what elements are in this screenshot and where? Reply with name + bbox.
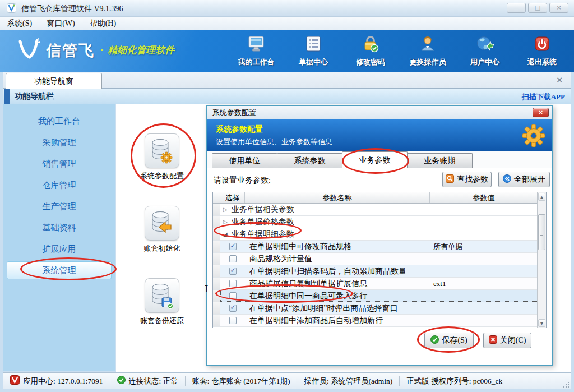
param-row[interactable]: 商品规格为计量值 bbox=[213, 253, 546, 265]
connection-ok-icon bbox=[117, 376, 126, 386]
module-backup-restore[interactable]: 账套备份还原 bbox=[118, 278, 206, 326]
tab-nav-window[interactable]: 功能导航窗 bbox=[6, 73, 102, 89]
module-system-params[interactable]: 系统参数配置 bbox=[118, 133, 206, 181]
param-checkbox[interactable] bbox=[229, 317, 237, 324]
double-chevron-icon bbox=[503, 174, 511, 185]
close-dialog-button[interactable]: 关闭(C) bbox=[483, 333, 531, 348]
document-list-icon bbox=[304, 34, 323, 55]
tab-strip: 功能导航窗 × bbox=[3, 72, 571, 89]
col-select: 选择 bbox=[220, 192, 245, 203]
expanded-triangle-icon[interactable]: ◢ bbox=[223, 231, 228, 237]
sidebar-item-warehouse[interactable]: 仓库管理 bbox=[3, 174, 115, 196]
brand-dot: · bbox=[100, 43, 104, 58]
brand: 信管飞 · 精细化管理软件 bbox=[16, 38, 174, 63]
toolbar-document-center-button[interactable]: 单据中心 bbox=[289, 34, 337, 67]
status-bar: 应用中心: 127.0.0.1:7091 连接状态: 正常 账套: 仓库账套 (… bbox=[3, 372, 571, 389]
close-x-icon bbox=[489, 335, 497, 346]
status-connection: 连接状态: 正常 bbox=[110, 376, 185, 386]
toolbar-exit-button[interactable]: 退出系统 bbox=[518, 34, 566, 67]
database-gear-icon bbox=[145, 133, 179, 168]
scan-download-app-link[interactable]: 扫描下载APP bbox=[522, 92, 565, 102]
sidebar-item-production[interactable]: 生产管理 bbox=[3, 196, 115, 217]
toolbar-switch-operator-button[interactable]: 更换操作员 bbox=[404, 34, 452, 67]
expand-all-button[interactable]: 全部展开 bbox=[498, 172, 550, 187]
param-group-row[interactable]: ▷业务单据相关参数 bbox=[213, 204, 546, 216]
banner-subtitle: 设置使用单位信息、业务参数等信息 bbox=[216, 137, 332, 147]
save-button[interactable]: 保存(S) bbox=[424, 333, 474, 348]
nav-header-accent bbox=[4, 89, 10, 104]
tab-business-params[interactable]: 业务参数 bbox=[342, 151, 408, 168]
module-label: 系统参数配置 bbox=[140, 171, 184, 181]
menu-help[interactable]: 帮助(H) bbox=[90, 19, 116, 29]
param-checkbox[interactable] bbox=[229, 243, 237, 250]
title-bar: 信管飞仓库管理软件 V9.1.396 — □ × bbox=[0, 0, 574, 17]
dialog-title-bar[interactable]: 系统参数配置 × bbox=[207, 106, 552, 119]
scroll-up-icon[interactable]: ▲ bbox=[538, 193, 545, 201]
close-pane-icon[interactable]: × bbox=[556, 75, 563, 84]
param-row[interactable]: 在单据明细中可修改商品规格 所有单据 bbox=[213, 241, 546, 253]
close-button[interactable]: × bbox=[549, 3, 568, 13]
scroll-down-icon[interactable]: ▼ bbox=[538, 319, 545, 327]
sidebar-item-purchase[interactable]: 采购管理 bbox=[3, 132, 115, 153]
sidebar-item-sales[interactable]: 销售管理 bbox=[3, 153, 115, 174]
col-param-value: 参数值 bbox=[430, 192, 538, 203]
module-list: 系统参数配置 账套初始化 账套备份还原 bbox=[118, 133, 206, 351]
toolbar-user-center-button[interactable]: 用户中心 bbox=[461, 34, 509, 67]
dialog-tabs: 使用单位 系统参数 业务参数 业务账期 bbox=[207, 151, 552, 168]
param-checkbox[interactable] bbox=[229, 255, 237, 262]
save-check-icon bbox=[430, 335, 439, 346]
menu-system[interactable]: 系统(S) bbox=[7, 19, 32, 29]
status-license: 正式版 授权序列号: pc006_ck bbox=[400, 376, 509, 386]
scrollbar-thumb[interactable] bbox=[538, 214, 545, 250]
collapsed-triangle-icon[interactable]: ▷ bbox=[223, 219, 228, 225]
status-app-center: 应用中心: 127.0.0.1:7091 bbox=[3, 375, 110, 387]
nav-panel-title: 功能导航栏 bbox=[15, 91, 54, 102]
dialog-toolbar: 请设置业务参数: 查找参数 全部展开 bbox=[207, 168, 552, 192]
globe-arrow-icon bbox=[475, 34, 494, 55]
param-checkbox[interactable] bbox=[229, 305, 237, 312]
param-row[interactable]: 在单据明细中扫描条码后，自动累加商品数量 bbox=[213, 265, 546, 278]
param-checkbox[interactable] bbox=[229, 292, 237, 299]
sidebar-item-workbench[interactable]: 我的工作台 bbox=[3, 110, 115, 132]
param-row[interactable]: 在单据中点“添加明细”时弹出商品选择窗口 bbox=[213, 302, 546, 315]
toolbar-change-password-button[interactable]: 修改密码 bbox=[346, 34, 395, 67]
system-params-dialog: 系统参数配置 × 系统参数配置 设置使用单位信息、业务参数等信息 使用单位 系统… bbox=[206, 105, 553, 366]
tab-usage-unit[interactable]: 使用单位 bbox=[212, 153, 277, 168]
dialog-close-icon[interactable]: × bbox=[533, 108, 549, 117]
resize-grip[interactable] bbox=[563, 382, 569, 388]
menu-window[interactable]: 窗口(W) bbox=[47, 19, 75, 29]
lock-check-icon bbox=[361, 34, 380, 55]
tab-business-period[interactable]: 业务账期 bbox=[407, 153, 473, 168]
collapsed-triangle-icon[interactable]: ▷ bbox=[223, 206, 228, 213]
param-checkbox[interactable] bbox=[229, 268, 237, 275]
vertical-scrollbar[interactable]: ▲ ▼ bbox=[537, 192, 546, 328]
params-prompt: 请设置业务参数: bbox=[214, 176, 271, 186]
nav-header: 功能导航栏 扫描下载APP bbox=[3, 89, 571, 104]
person-icon bbox=[418, 34, 437, 55]
brand-slogan: 精细化管理软件 bbox=[108, 44, 174, 57]
sidebar-item-basic-data[interactable]: 基础资料 bbox=[3, 217, 115, 238]
maximize-button[interactable]: □ bbox=[528, 3, 547, 13]
status-account: 账套: 仓库账套 (2017年第1期) bbox=[186, 376, 297, 386]
param-row-selected[interactable]: 在单据明细中同一商品可录入多行 bbox=[213, 290, 546, 302]
toolbar-workbench-button[interactable]: 我的工作台 bbox=[232, 34, 280, 67]
window-title: 信管飞仓库管理软件 V9.1.396 bbox=[21, 4, 123, 14]
param-group-row[interactable]: ◢业务单据明细参数 bbox=[213, 228, 546, 241]
sidebar-item-extensions[interactable]: 扩展应用 bbox=[3, 238, 115, 260]
param-row[interactable]: 在单据明细中添加商品后自动增加新行 bbox=[213, 315, 546, 327]
sidebar-item-system-management[interactable]: 系统管理 bbox=[7, 261, 112, 279]
dialog-title: 系统参数配置 bbox=[212, 108, 256, 117]
module-account-init[interactable]: 账套初始化 bbox=[118, 206, 206, 253]
dialog-banner: 系统参数配置 设置使用单位信息、业务参数等信息 bbox=[207, 119, 552, 151]
param-row[interactable]: 商品扩展信息复制到单据扩展信息 ext1 bbox=[213, 278, 546, 290]
app-logo-icon bbox=[7, 3, 16, 15]
find-params-button[interactable]: 查找参数 bbox=[442, 172, 492, 187]
status-operator: 操作员: 系统管理员(admin) bbox=[297, 376, 399, 386]
database-arrow-icon bbox=[145, 206, 179, 241]
tab-system-params[interactable]: 系统参数 bbox=[277, 153, 342, 168]
main-toolbar: 信管飞 · 精细化管理软件 我的工作台 单据中心 修改密码 更换操作员 bbox=[0, 30, 574, 72]
grid-header: 选择 参数名称 参数值 bbox=[213, 192, 546, 204]
minimize-button[interactable]: — bbox=[507, 3, 526, 13]
param-group-row[interactable]: ▷业务单据价格参数 bbox=[213, 216, 546, 228]
param-checkbox[interactable] bbox=[229, 280, 237, 287]
